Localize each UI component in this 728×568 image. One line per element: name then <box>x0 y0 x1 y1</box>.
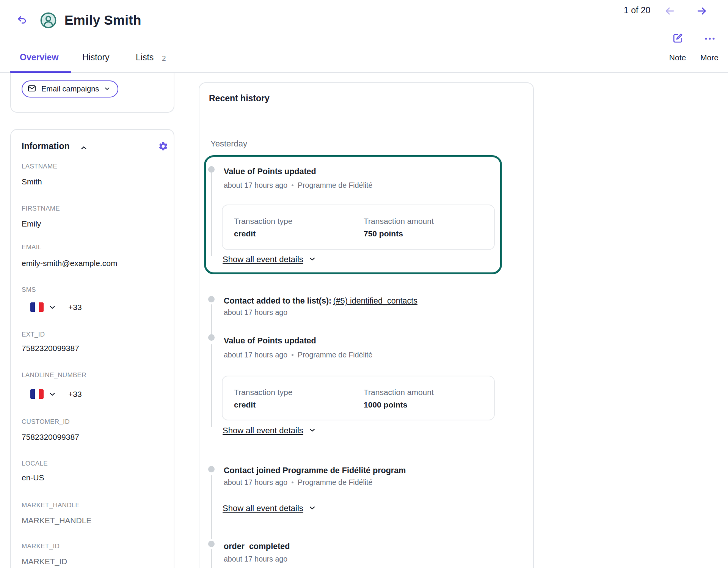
email-campaigns-label: Email campaigns <box>41 85 99 93</box>
transaction-amount-column: Transaction amount 1000 points <box>364 388 434 420</box>
show-event-details-toggle[interactable]: Show all event details <box>223 503 316 513</box>
show-event-details-label: Show all event details <box>223 255 303 264</box>
event-title-row: Contact added to the list(s): (#5) ident… <box>224 296 417 306</box>
show-event-details-label: Show all event details <box>223 426 303 436</box>
envelope-icon <box>27 84 36 94</box>
more-button-label[interactable]: More <box>694 53 725 62</box>
field-value: MARKET_ID <box>22 557 67 566</box>
field-value: 7582320099387 <box>22 344 79 353</box>
chevron-down-icon <box>49 304 56 311</box>
field-value: Emily <box>22 219 41 228</box>
field-value: emily-smith@example.com <box>22 259 117 268</box>
recent-history-title: Recent history <box>209 93 270 104</box>
event-source: Programme de Fidélité <box>298 351 372 359</box>
france-flag-icon <box>30 389 44 399</box>
timeline-dot <box>208 541 215 547</box>
pager-count: 1 of 20 <box>624 5 650 16</box>
transaction-type-value: credit <box>234 400 364 409</box>
transaction-type-column: Transaction type credit <box>234 217 364 249</box>
recent-history-card: Recent history Yesterday Value of Points… <box>199 82 534 568</box>
tab-overview[interactable]: Overview <box>20 52 58 63</box>
field-label: EMAIL <box>22 244 42 251</box>
event-time: about 17 hours ago <box>224 478 287 487</box>
note-button-label[interactable]: Note <box>662 53 693 62</box>
gear-icon <box>158 147 168 153</box>
show-event-details-toggle[interactable]: Show all event details <box>223 255 316 264</box>
transaction-amount-column: Transaction amount 750 points <box>364 217 434 249</box>
transaction-type-column: Transaction type credit <box>234 388 364 420</box>
timeline-dot <box>208 166 215 173</box>
arrow-left-icon <box>664 12 675 18</box>
timeline-group-label: Yesterday <box>210 139 247 149</box>
field-label: LANDLINE_NUMBER <box>22 371 86 379</box>
field-label: LASTNAME <box>22 163 57 170</box>
timeline-line <box>211 344 212 427</box>
field-value: +33 <box>68 390 82 399</box>
timeline-dot <box>208 466 215 472</box>
tab-history[interactable]: History <box>82 52 110 63</box>
field-value: Smith <box>22 177 42 186</box>
landline-country-dropdown[interactable] <box>30 389 56 399</box>
event-source: Programme de Fidélité <box>298 478 372 487</box>
chevron-up-icon <box>80 147 88 153</box>
event-meta: about 17 hours ago <box>224 555 287 563</box>
list-link[interactable]: (#5) identified_contacts <box>333 296 417 305</box>
sms-country-dropdown[interactable] <box>30 302 56 312</box>
email-campaigns-dropdown[interactable]: Email campaigns <box>22 80 118 98</box>
page-title: Emily Smith <box>64 13 141 28</box>
event-meta: about 17 hours ago Programme de Fidélité <box>224 181 372 190</box>
show-event-details-label: Show all event details <box>223 503 303 513</box>
event-meta: about 17 hours ago Programme de Fidélité <box>224 478 372 487</box>
event-meta: about 17 hours ago Programme de Fidélité <box>224 351 372 359</box>
information-settings-button[interactable] <box>158 141 168 151</box>
chevron-down-icon <box>49 391 56 398</box>
show-event-details-toggle[interactable]: Show all event details <box>223 426 316 436</box>
bullet-separator <box>292 354 293 356</box>
field-label: SMS <box>22 286 36 294</box>
transaction-amount-label: Transaction amount <box>364 388 434 397</box>
more-button[interactable] <box>701 36 718 42</box>
back-arrow-icon <box>17 21 27 27</box>
timeline-line <box>211 475 212 539</box>
bullet-separator <box>292 481 293 483</box>
france-flag-icon <box>30 302 44 312</box>
collapse-information-button[interactable] <box>80 144 88 152</box>
chevron-down-icon <box>309 504 316 513</box>
field-value: MARKET_HANDLE <box>22 516 91 525</box>
field-label: MARKET_HANDLE <box>22 502 80 509</box>
field-label: CUSTOMER_ID <box>22 418 70 426</box>
event-title: order_completed <box>224 541 290 552</box>
campaign-filter-card: Email campaigns <box>10 73 174 113</box>
event-meta: about 17 hours ago <box>224 308 287 317</box>
next-contact-button[interactable] <box>696 5 708 17</box>
back-button[interactable] <box>17 15 27 25</box>
timeline-line <box>211 549 212 568</box>
note-button[interactable] <box>667 33 688 44</box>
tab-lists[interactable]: Lists <box>136 52 154 63</box>
transaction-amount-label: Transaction amount <box>364 217 434 226</box>
previous-contact-button[interactable] <box>664 5 675 17</box>
chevron-down-icon <box>104 85 110 93</box>
information-card: Information LASTNAME Smith FIRSTNAME Emi… <box>10 129 174 568</box>
field-value: en-US <box>22 473 44 482</box>
contact-detail-page: Emily Smith 1 of 20 Note <box>0 0 728 568</box>
chevron-down-icon <box>309 426 316 435</box>
event-time: about 17 hours ago <box>224 555 287 563</box>
field-value: 7582320099387 <box>22 433 79 442</box>
field-label: LOCALE <box>22 460 48 467</box>
ellipsis-icon <box>704 37 716 43</box>
transaction-amount-value: 750 points <box>364 229 434 238</box>
timeline-dot <box>208 334 215 341</box>
field-label: MARKET_ID <box>22 543 60 550</box>
sms-phone-row: +33 <box>30 302 82 312</box>
avatar <box>40 12 56 30</box>
information-title: Information <box>22 141 70 151</box>
bullet-separator <box>292 184 293 186</box>
transaction-details-box: Transaction type credit Transaction amou… <box>222 205 495 250</box>
edit-note-icon <box>672 39 683 45</box>
transaction-details-box: Transaction type credit Transaction amou… <box>222 376 495 420</box>
field-value: +33 <box>68 303 82 312</box>
arrow-right-icon <box>696 12 708 18</box>
timeline-line <box>211 304 212 335</box>
event-title: Contact added to the list(s): <box>224 296 331 305</box>
